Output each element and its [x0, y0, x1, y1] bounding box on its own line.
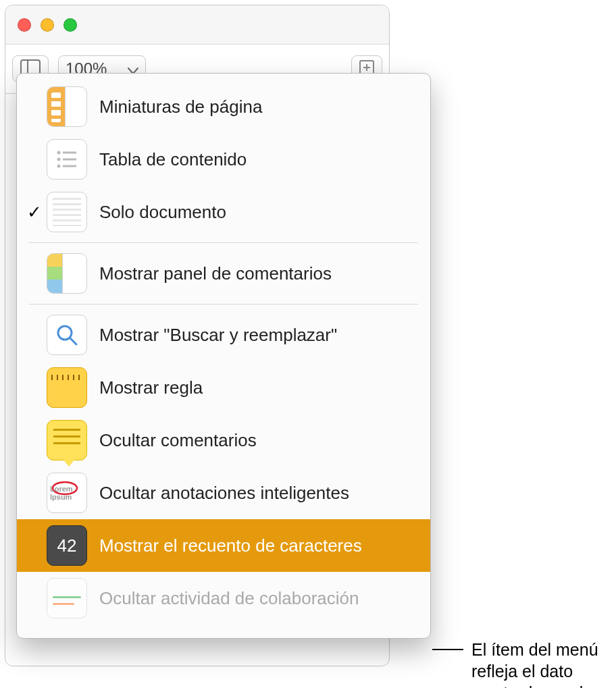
zoom-window-button[interactable] [63, 18, 77, 32]
comment-note-icon [47, 420, 87, 460]
menu-item-find-replace[interactable]: Mostrar "Buscar y reemplazar" [21, 309, 426, 361]
menu-item-show-ruler[interactable]: Mostrar regla [21, 361, 426, 414]
traffic-lights [18, 18, 77, 32]
menu-item-label: Mostrar regla [99, 377, 203, 398]
svg-point-9 [57, 165, 61, 168]
view-dropdown-menu: Miniaturas de página Tabla de contenido … [16, 73, 431, 639]
menu-item-hide-comments[interactable]: Ocultar comentarios [21, 414, 426, 467]
menu-item-label: Ocultar comentarios [99, 430, 257, 451]
table-of-contents-icon [47, 139, 87, 180]
menu-item-page-thumbnails[interactable]: Miniaturas de página [21, 80, 426, 133]
page-thumbnails-icon [47, 86, 87, 127]
checkmark-icon: ✓ [25, 202, 44, 223]
titlebar [5, 5, 389, 45]
menu-item-table-of-contents[interactable]: Tabla de contenido [21, 133, 426, 186]
callout-leader-line [432, 649, 463, 650]
menu-separator [29, 304, 418, 305]
menu-item-label: Mostrar "Buscar y reemplazar" [99, 325, 337, 346]
menu-item-show-character-count[interactable]: 42 Mostrar el recuento de caracteres [17, 519, 430, 572]
menu-item-show-comments-panel[interactable]: Mostrar panel de comentarios [21, 247, 426, 300]
menu-item-label: Miniaturas de página [99, 97, 262, 117]
svg-line-12 [70, 338, 76, 344]
menu-item-hide-collaboration-activity: Ocultar actividad de colaboración [21, 572, 426, 625]
collaboration-activity-icon [47, 578, 87, 618]
minimize-window-button[interactable] [41, 18, 54, 32]
menu-item-hide-smart-annotations[interactable]: Lorem Ipsum Ocultar anotaciones intelige… [21, 467, 426, 519]
document-only-icon [47, 192, 87, 232]
ruler-icon [47, 367, 87, 408]
smart-annotations-icon: Lorem Ipsum [47, 473, 87, 513]
close-window-button[interactable] [18, 18, 31, 32]
search-icon [47, 315, 87, 355]
menu-separator [29, 242, 418, 243]
lorem-text: Lorem Ipsum [50, 485, 84, 501]
menu-item-label: Mostrar el recuento de caracteres [99, 535, 362, 556]
menu-item-label: Mostrar panel de comentarios [99, 263, 332, 284]
callout-text: El ítem del menú refleja el dato mostrad… [471, 639, 613, 688]
menu-item-label: Ocultar actividad de colaboración [99, 588, 359, 609]
menu-item-document-only[interactable]: ✓ Solo documento [21, 186, 426, 238]
menu-item-label: Solo documento [99, 202, 226, 223]
menu-item-label: Tabla de contenido [99, 149, 247, 170]
menu-item-label: Ocultar anotaciones inteligentes [99, 483, 349, 504]
comments-panel-icon [47, 253, 87, 294]
svg-point-7 [57, 158, 61, 161]
count-number: 42 [57, 535, 77, 556]
character-count-icon: 42 [47, 525, 87, 566]
svg-point-5 [57, 151, 61, 155]
